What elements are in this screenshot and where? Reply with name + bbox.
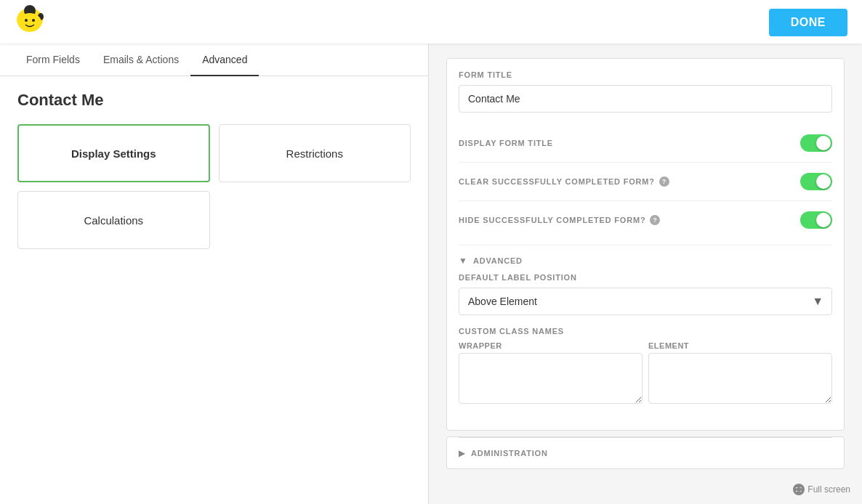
form-title-label: FORM TITLE [459,70,832,79]
label-position-select[interactable]: Above Element Below Element Left of Elem… [459,288,832,315]
clear-form-info-icon: ? [659,176,669,187]
clear-form-row: CLEAR SUCCESSFULLY COMPLETED FORM? ? [459,163,832,201]
form-settings-panel: FORM TITLE DISPLAY FORM TITLE CLEAR SUCC… [446,58,845,431]
left-panel: Form Fields Emails & Actions Advanced Co… [0,44,429,504]
restrictions-card[interactable]: Restrictions [219,124,411,182]
class-names-grid: WRAPPER ELEMENT [459,341,832,407]
fullscreen-label: Full screen [807,484,850,495]
administration-section-title: ADMINISTRATION [471,449,548,458]
display-form-title-toggle[interactable] [800,134,832,152]
form-name-title: Contact Me [17,91,411,110]
fullscreen-icon: ⛶ [793,484,805,495]
display-form-title-label: DISPLAY FORM TITLE [459,139,553,147]
wrapper-class-group: WRAPPER [459,341,643,407]
custom-class-names-label: CUSTOM CLASS NAMES [459,327,832,336]
left-panel-content: Contact Me Display Settings Restrictions… [0,76,428,504]
options-grid: Display Settings Restrictions Calculatio… [17,124,411,249]
top-bar: DONE [0,0,862,44]
tab-form-fields[interactable]: Form Fields [15,44,92,76]
hide-form-label: HIDE SUCCESSFULLY COMPLETED FORM? ? [459,215,660,225]
svg-point-5 [32,19,35,22]
tab-emails-actions[interactable]: Emails & Actions [92,44,190,76]
svg-point-3 [18,13,41,32]
element-class-group: ELEMENT [648,341,832,407]
hide-form-info-icon: ? [650,215,660,225]
advanced-section-header[interactable]: ▼ ADVANCED [459,245,832,273]
form-title-input[interactable] [459,85,832,113]
fullscreen-link[interactable]: ⛶ Full screen [793,484,850,495]
wrapper-class-input[interactable] [459,353,643,404]
administration-chevron-icon: ▶ [459,448,465,458]
logo-area [0,4,102,40]
right-panel: FORM TITLE DISPLAY FORM TITLE CLEAR SUCC… [429,44,862,504]
clear-form-label: CLEAR SUCCESSFULLY COMPLETED FORM? ? [459,176,669,187]
element-class-label: ELEMENT [648,341,832,350]
calculations-card[interactable]: Calculations [17,191,210,249]
default-label-position-label: DEFAULT LABEL POSITION [459,273,832,282]
hide-form-toggle[interactable] [800,211,832,229]
done-button[interactable]: DONE [769,9,847,36]
element-class-input[interactable] [648,353,832,404]
administration-panel: ▶ ADMINISTRATION [446,436,845,469]
hide-form-row: HIDE SUCCESSFULLY COMPLETED FORM? ? [459,201,832,239]
wrapper-class-label: WRAPPER [459,341,643,350]
advanced-section-title: ADVANCED [473,256,523,265]
tab-advanced[interactable]: Advanced [190,44,259,76]
custom-class-section: CUSTOM CLASS NAMES WRAPPER ELEMENT [459,327,832,407]
display-settings-card[interactable]: Display Settings [17,124,210,182]
clear-form-toggle[interactable] [800,173,832,190]
advanced-chevron-icon: ▼ [459,256,467,266]
mailchimp-logo [12,4,48,40]
display-form-title-row: DISPLAY FORM TITLE [459,124,832,163]
svg-point-4 [25,19,28,22]
main-container: Form Fields Emails & Actions Advanced Co… [0,44,862,504]
administration-section-header[interactable]: ▶ ADMINISTRATION [459,437,832,468]
label-position-wrapper: Above Element Below Element Left of Elem… [459,288,832,315]
tabs-bar: Form Fields Emails & Actions Advanced [0,44,428,76]
